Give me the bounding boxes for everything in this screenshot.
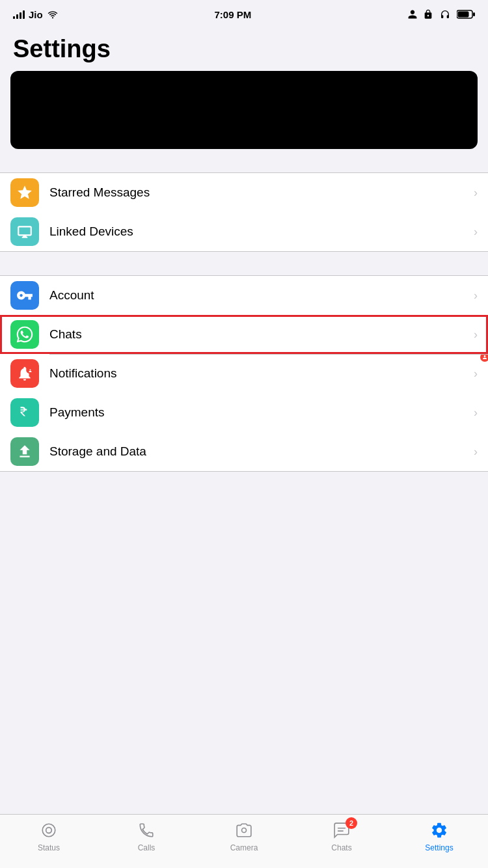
star-icon	[16, 184, 33, 201]
tab-bar: Status Calls Camera 2 Chats	[0, 814, 488, 868]
profile-card[interactable]	[10, 71, 478, 149]
section-gap-2	[0, 252, 488, 275]
key-icon	[16, 287, 33, 304]
tab-camera-label: Camera	[230, 843, 258, 852]
headphones-icon	[439, 9, 452, 20]
tab-camera[interactable]: Camera	[218, 820, 270, 852]
status-tab-icon	[40, 822, 57, 839]
tab-status-label: Status	[38, 843, 60, 852]
tab-settings-label: Settings	[425, 843, 453, 852]
tab-camera-icon-wrap	[230, 820, 258, 841]
upload-icon	[16, 443, 33, 460]
account-row[interactable]: Account ›	[0, 276, 488, 315]
chats-chevron: ›	[474, 328, 478, 342]
starred-messages-icon-bg	[10, 178, 39, 207]
monitor-icon	[16, 223, 33, 240]
payments-row[interactable]: Payments ›	[0, 393, 488, 432]
linked-devices-icon-bg	[10, 217, 39, 246]
tab-status[interactable]: Status	[23, 820, 75, 852]
settings-section-1: Starred Messages › Linked Devices ›	[0, 172, 488, 252]
whatsapp-icon	[16, 325, 34, 344]
notifications-label: Notifications	[49, 366, 474, 381]
svg-rect-1	[457, 12, 468, 18]
tab-settings-icon-wrap	[425, 820, 454, 841]
status-bar: Jio 7:09 PM	[0, 0, 488, 29]
chats-row[interactable]: Chats ›	[0, 315, 488, 354]
notifications-row[interactable]: Notifications ›	[0, 354, 488, 393]
payments-chevron: ›	[474, 406, 478, 420]
payments-icon-bg	[10, 398, 39, 427]
chats-label: Chats	[49, 327, 474, 342]
storage-data-label: Storage and Data	[49, 444, 474, 459]
person-icon	[407, 9, 418, 20]
status-time: 7:09 PM	[214, 9, 251, 20]
starred-messages-chevron: ›	[474, 186, 478, 200]
rupee-icon	[16, 404, 33, 421]
battery-icon	[457, 10, 475, 19]
storage-data-icon-bg	[10, 437, 39, 466]
storage-data-row[interactable]: Storage and Data ›	[0, 432, 488, 471]
signal-bars-icon	[13, 10, 25, 19]
chats-icon-bg	[10, 320, 39, 349]
tab-status-icon-wrap	[34, 820, 63, 841]
tab-chats[interactable]: 2 Chats	[316, 820, 368, 852]
notifications-chevron: ›	[474, 367, 478, 381]
svg-point-4	[42, 824, 55, 837]
settings-tab-icon	[430, 821, 448, 839]
settings-section-2: Account › Chats ›	[0, 275, 488, 472]
tab-calls-label: Calls	[138, 843, 156, 852]
notifications-icon-bg	[10, 359, 39, 388]
page-title-area: Settings	[0, 29, 488, 71]
account-icon-bg	[10, 281, 39, 310]
section-gap-1	[0, 149, 488, 172]
tab-settings[interactable]: Settings	[413, 820, 465, 852]
linked-devices-chevron: ›	[474, 225, 478, 239]
starred-messages-row[interactable]: Starred Messages ›	[0, 173, 488, 212]
linked-devices-label: Linked Devices	[49, 224, 474, 239]
calls-tab-icon	[138, 822, 155, 839]
account-label: Account	[49, 288, 474, 303]
wifi-icon	[47, 10, 59, 19]
tab-chats-label: Chats	[331, 843, 351, 852]
svg-rect-2	[473, 12, 475, 16]
chats-tab-badge: 2	[346, 817, 357, 829]
lock-icon	[423, 9, 433, 20]
svg-point-5	[46, 828, 52, 834]
page-title: Settings	[13, 35, 475, 63]
account-chevron: ›	[474, 289, 478, 303]
linked-devices-row[interactable]: Linked Devices ›	[0, 212, 488, 251]
starred-messages-label: Starred Messages	[49, 185, 474, 200]
status-left: Jio	[13, 9, 59, 20]
tab-calls[interactable]: Calls	[120, 820, 172, 852]
tab-calls-icon-wrap	[132, 820, 161, 841]
main-content: Settings Starred Messages › Linked Devic…	[0, 29, 488, 530]
tab-chats-icon-wrap: 2	[327, 820, 356, 841]
bell-icon	[16, 365, 33, 382]
camera-tab-icon	[235, 822, 253, 839]
status-right	[407, 9, 475, 20]
carrier-label: Jio	[29, 9, 43, 20]
storage-data-chevron: ›	[474, 445, 478, 459]
payments-label: Payments	[49, 405, 474, 420]
